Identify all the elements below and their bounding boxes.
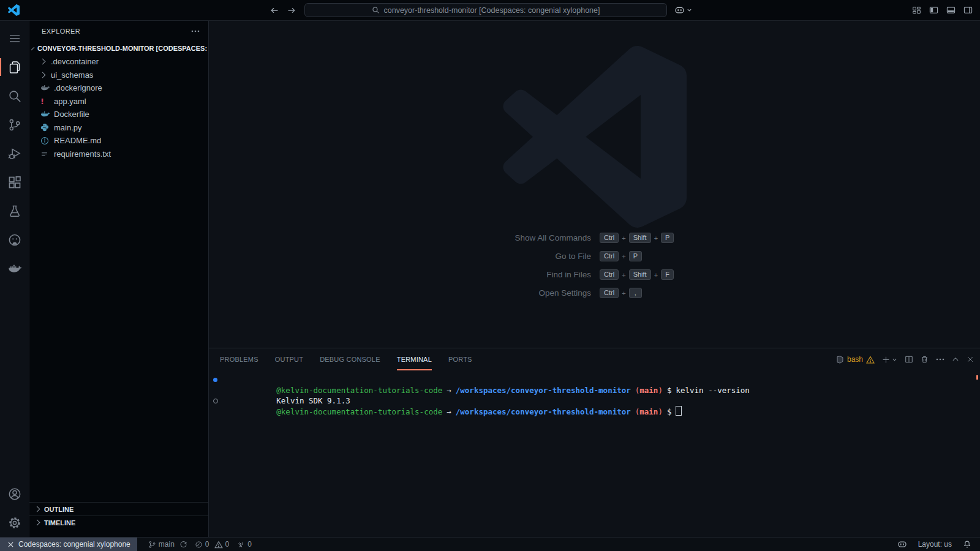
file-label: README.md xyxy=(54,136,101,145)
tree-item-dockerignore[interactable]: .dockerignore xyxy=(29,81,208,95)
timeline-section-header[interactable]: TIMELINE xyxy=(29,515,208,529)
menu-button[interactable] xyxy=(0,24,29,53)
split-terminal-button[interactable] xyxy=(905,355,913,364)
text-file-icon xyxy=(40,150,54,158)
copilot-menu[interactable] xyxy=(674,0,692,20)
terminal-icon xyxy=(836,356,844,364)
workbench-body: EXPLORER CONVEYOR-THRESHOLD-MONITOR [COD… xyxy=(0,21,980,537)
layout-indicator[interactable]: Layout: us xyxy=(914,538,956,551)
remote-indicator[interactable]: Codespaces: congenial xylophone xyxy=(0,538,137,551)
tree-item-readme[interactable]: README.md xyxy=(29,134,208,148)
tree-item-ui-schemas[interactable]: ui_schemas xyxy=(29,69,208,82)
notifications-button[interactable] xyxy=(959,538,975,551)
toggle-primary-sidebar-icon[interactable] xyxy=(929,6,938,15)
forward-arrow-icon[interactable] xyxy=(287,6,296,15)
terminal-content[interactable]: @kelvin-documentation-tutorials-code→/wo… xyxy=(209,370,980,537)
sidebar-item-testing[interactable] xyxy=(0,197,29,225)
more-actions-icon[interactable] xyxy=(936,358,944,361)
tree-item-devcontainer[interactable]: .devcontainer xyxy=(29,55,208,69)
chevron-right-icon xyxy=(40,59,46,65)
explorer-title: EXPLORER xyxy=(42,28,80,35)
shortcut-label: Show All Commands xyxy=(515,233,592,242)
tree-item-main-py[interactable]: main.py xyxy=(29,121,208,135)
debug-icon xyxy=(8,147,21,160)
sidebar-item-extensions[interactable] xyxy=(0,168,29,197)
terminal-line-2: Kelvin SDK 9.1.3 xyxy=(209,385,980,395)
branch-indicator[interactable]: main xyxy=(145,538,191,551)
tab-debug-console[interactable]: DEBUG CONSOLE xyxy=(320,348,380,370)
tab-problems[interactable]: PROBLEMS xyxy=(220,348,258,370)
sidebar-item-run-debug[interactable] xyxy=(0,139,29,168)
remote-label: Codespaces: congenial xylophone xyxy=(18,540,130,549)
ports-indicator[interactable]: 0 xyxy=(233,538,255,551)
tree-item-requirements[interactable]: requirements.txt xyxy=(29,148,208,161)
sidebar-item-explorer[interactable] xyxy=(0,53,29,81)
toggle-secondary-sidebar-icon[interactable] xyxy=(963,6,973,15)
key: Ctrl xyxy=(600,233,619,243)
key: P xyxy=(629,251,642,261)
command-decoration-success[interactable] xyxy=(213,378,217,382)
tree-item-dockerfile[interactable]: Dockerfile xyxy=(29,108,208,121)
explorer-sidebar: EXPLORER CONVEYOR-THRESHOLD-MONITOR [COD… xyxy=(29,21,209,537)
sidebar-item-docker[interactable] xyxy=(0,254,29,283)
scrollbar-decoration xyxy=(976,375,978,380)
customize-layout-icon[interactable] xyxy=(912,6,921,15)
section-label: TIMELINE xyxy=(44,519,75,527)
vscode-logo-icon xyxy=(8,4,20,16)
close-panel-icon[interactable] xyxy=(967,356,974,363)
key: Ctrl xyxy=(600,251,619,261)
git-branch-icon xyxy=(148,541,156,549)
maximize-panel-icon[interactable] xyxy=(952,356,959,363)
terminal-shell-selector[interactable]: bash xyxy=(836,355,875,364)
shortcut-label: Open Settings xyxy=(515,288,592,298)
yaml-file-icon: ! xyxy=(40,97,44,106)
more-actions-icon[interactable] xyxy=(191,30,200,32)
copilot-status[interactable] xyxy=(894,538,911,551)
warnings-count: 0 xyxy=(225,540,230,549)
sidebar-item-github[interactable] xyxy=(0,225,29,254)
back-arrow-icon[interactable] xyxy=(270,6,279,15)
info-file-icon xyxy=(40,137,54,145)
editor-area[interactable]: Show All Commands Ctrl+ Shift+ P Go to F… xyxy=(209,21,980,348)
chevron-right-icon xyxy=(40,72,46,78)
chevron-down-icon xyxy=(687,7,692,13)
title-bar: conveyor-threshold-monitor [Codespaces: … xyxy=(0,0,980,21)
search-value: conveyor-threshold-monitor [Codespaces: … xyxy=(384,6,600,15)
accounts-button[interactable] xyxy=(0,479,29,508)
outline-section-header[interactable]: OUTLINE xyxy=(29,502,208,515)
layout-label: Layout: us xyxy=(918,540,952,549)
git-branch-icon xyxy=(8,118,21,132)
remote-icon xyxy=(7,541,15,549)
terminal-line-1: @kelvin-documentation-tutorials-code→/wo… xyxy=(209,375,980,385)
file-label: .devcontainer xyxy=(51,57,99,66)
settings-button[interactable] xyxy=(0,508,29,537)
watermark-shortcuts: Show All Commands Ctrl+ Shift+ P Go to F… xyxy=(515,233,674,298)
key: Shift xyxy=(629,233,651,243)
shortcut-keys: Ctrl+ Shift+ P xyxy=(600,233,674,243)
status-left: main 0 0 0 xyxy=(145,538,255,551)
command-center-search[interactable]: conveyor-threshold-monitor [Codespaces: … xyxy=(304,3,667,17)
new-terminal-button[interactable] xyxy=(882,356,897,364)
key: , xyxy=(629,288,642,298)
search-icon xyxy=(8,89,21,103)
shortcut-label: Go to File xyxy=(515,252,592,261)
key: Shift xyxy=(629,269,651,280)
sidebar-item-source-control[interactable] xyxy=(0,110,29,139)
sidebar-item-search[interactable] xyxy=(0,81,29,110)
kill-terminal-button[interactable] xyxy=(921,355,929,364)
tree-root-folder[interactable]: CONVEYOR-THRESHOLD-MONITOR [CODESPACES: … xyxy=(29,42,208,55)
nav-arrows xyxy=(270,0,296,20)
command-decoration-pending[interactable] xyxy=(213,399,218,403)
tab-output[interactable]: OUTPUT xyxy=(275,348,303,370)
radio-tower-icon xyxy=(236,540,245,549)
tree-item-app-yaml[interactable]: ! app.yaml xyxy=(29,95,208,108)
tab-ports[interactable]: PORTS xyxy=(448,348,472,370)
status-right: Layout: us xyxy=(894,538,980,551)
menu-icon xyxy=(9,34,20,43)
tab-terminal[interactable]: TERMINAL xyxy=(397,348,432,370)
file-label: main.py xyxy=(54,123,82,132)
terminal-line-3: @kelvin-documentation-tutorials-code→/wo… xyxy=(209,395,980,406)
problems-indicator[interactable]: 0 0 xyxy=(191,538,233,551)
toggle-panel-icon[interactable] xyxy=(946,6,956,15)
shortcut-label: Find in Files xyxy=(515,270,592,279)
